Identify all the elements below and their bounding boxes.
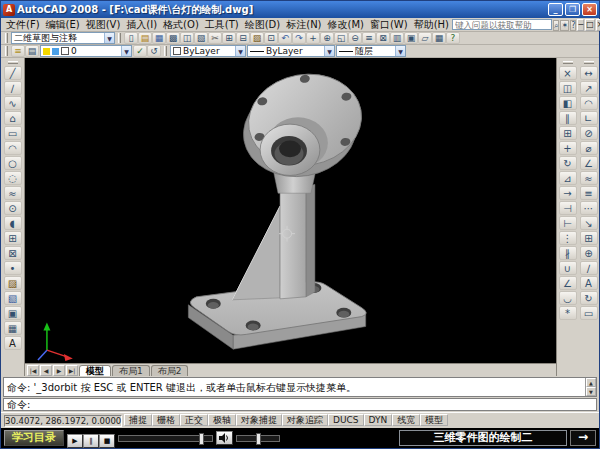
command-input-line[interactable]: 命令:	[3, 398, 597, 411]
menu-item-view[interactable]: 视图(V)	[83, 19, 124, 30]
zoom-realtime-icon[interactable]: ⊕	[320, 32, 334, 44]
make-block-icon[interactable]: ⊠	[4, 246, 22, 260]
menu-item-dimension[interactable]: 标注(N)	[283, 19, 324, 30]
markup-set-manager-icon[interactable]: ▱	[418, 32, 432, 44]
center-mark-icon[interactable]: ⊕	[580, 246, 598, 260]
dim-ordinate-icon[interactable]: ∟	[580, 111, 598, 125]
dim-radius-icon[interactable]: ⊘	[580, 126, 598, 140]
tab-next-icon[interactable]: ▶	[53, 365, 65, 376]
dim-arc-length-icon[interactable]: ◠	[580, 96, 598, 110]
linetype-dropdown[interactable]: ByLayer ▼	[247, 45, 335, 57]
chamfer-icon[interactable]: ∠	[559, 276, 577, 290]
color-dropdown[interactable]: ByLayer ▼	[170, 45, 246, 57]
redo-icon[interactable]: ↷	[292, 32, 306, 44]
dim-baseline-icon[interactable]: ≡	[580, 186, 598, 200]
region-icon[interactable]: ▣	[4, 306, 22, 320]
toolbar-grip[interactable]	[5, 46, 8, 56]
tab-prev-icon[interactable]: ◀	[40, 365, 52, 376]
menu-item-edit[interactable]: 编辑(E)	[43, 19, 83, 30]
copy-icon[interactable]: ◫	[559, 81, 577, 95]
plot-preview-icon[interactable]: ◫	[180, 32, 194, 44]
circle-icon[interactable]: ○	[4, 156, 22, 170]
menu-item-file[interactable]: 文件(F)	[3, 19, 43, 30]
erase-icon[interactable]: ×	[559, 66, 577, 80]
help-icon[interactable]: ?	[446, 32, 460, 44]
tab-layout1[interactable]: 布局1	[112, 365, 150, 376]
status-toggle-model[interactable]: 模型	[420, 414, 448, 426]
command-scrollbar[interactable]: ▲ ▼	[585, 378, 596, 396]
stop-icon[interactable]: ■	[99, 434, 115, 448]
scale-icon[interactable]: ⊿	[559, 171, 577, 185]
dim-continue-icon[interactable]: ⋯	[580, 201, 598, 215]
copy-clip-icon[interactable]: ⊞	[222, 32, 236, 44]
save-icon[interactable]: ▦	[152, 32, 166, 44]
progress-slider[interactable]	[118, 435, 213, 442]
help-search-input[interactable]	[452, 19, 552, 30]
dim-aligned-icon[interactable]: ↗	[580, 81, 598, 95]
layer-properties-icon[interactable]: ≡	[11, 45, 25, 57]
progress-handle[interactable]	[199, 433, 204, 445]
polygon-icon[interactable]: ⌂	[4, 111, 22, 125]
tab-model[interactable]: 模型	[79, 365, 111, 376]
play-icon[interactable]: ▶	[67, 434, 83, 448]
layer-states-icon[interactable]: ▤	[25, 45, 39, 57]
status-toggle-dyn[interactable]: DYN	[364, 414, 393, 426]
status-toggle-snap[interactable]: 捕捉	[124, 414, 152, 426]
dim-update-icon[interactable]: ↻	[580, 291, 598, 305]
line-icon[interactable]: ╱	[4, 66, 22, 80]
dim-linear-icon[interactable]: ↔	[580, 66, 598, 80]
multiline-text-icon[interactable]: A	[4, 336, 22, 350]
workspace-dropdown[interactable]: 二维草图与注释 ▼	[11, 32, 115, 44]
point-icon[interactable]: •	[4, 261, 22, 275]
toolbar-grip[interactable]	[164, 46, 167, 56]
break-at-point-icon[interactable]: ⋮	[559, 231, 577, 245]
plot-icon[interactable]: ▩	[166, 32, 180, 44]
stretch-icon[interactable]: →	[559, 186, 577, 200]
pause-icon[interactable]: ‖	[83, 434, 99, 448]
cut-icon[interactable]: ✂	[208, 32, 222, 44]
explode-icon[interactable]: *	[559, 306, 577, 320]
fillet-icon[interactable]: ◡	[559, 291, 577, 305]
pan-realtime-icon[interactable]: +	[306, 32, 320, 44]
ellipse-icon[interactable]: ⊙	[4, 201, 22, 215]
layer-previous-icon[interactable]: ↺	[147, 45, 161, 57]
match-properties-icon[interactable]: ▨	[250, 32, 264, 44]
menu-item-window[interactable]: 窗口(W)	[367, 19, 411, 30]
close-button[interactable]: ×	[582, 3, 597, 16]
offset-icon[interactable]: ∥	[559, 111, 577, 125]
volume-handle[interactable]	[256, 433, 261, 445]
volume-button[interactable]	[216, 431, 233, 445]
status-toggle-grid[interactable]: 栅格	[152, 414, 180, 426]
gradient-icon[interactable]: ▧	[4, 291, 22, 305]
polyline-icon[interactable]: ∿	[4, 96, 22, 110]
extend-icon[interactable]: ⊢	[559, 216, 577, 230]
move-icon[interactable]: +	[559, 141, 577, 155]
tab-layout2[interactable]: 布局2	[151, 365, 189, 376]
toolbar-grip[interactable]	[563, 61, 573, 64]
dim-edit-icon[interactable]: ∕	[580, 261, 598, 275]
insert-block-icon[interactable]: ⊞	[4, 231, 22, 245]
status-toggle-ducs[interactable]: DUCS	[328, 414, 364, 426]
toolbar-grip[interactable]	[584, 61, 594, 64]
table-icon[interactable]: ▦	[4, 321, 22, 335]
drawing-canvas[interactable]	[25, 58, 556, 363]
status-toggle-otrack[interactable]: 对象追踪	[282, 414, 328, 426]
dim-diameter-icon[interactable]: ⌀	[580, 141, 598, 155]
array-icon[interactable]: ⊞	[559, 126, 577, 140]
toolbar-grip[interactable]	[118, 33, 121, 43]
quickcalc-icon[interactable]: ▦	[432, 32, 446, 44]
break-icon[interactable]: ∦	[559, 246, 577, 260]
menu-item-insert[interactable]: 插入(I)	[123, 19, 160, 30]
tab-first-icon[interactable]: |◀	[27, 365, 39, 376]
toolbar-grip[interactable]	[5, 33, 8, 43]
volume-slider[interactable]	[236, 435, 280, 442]
dim-quick-icon[interactable]: ≈	[580, 171, 598, 185]
status-toggle-osnap[interactable]: 对象捕捉	[236, 414, 282, 426]
sheet-set-manager-icon[interactable]: ▣	[404, 32, 418, 44]
paste-icon[interactable]: ⊟	[236, 32, 250, 44]
designcenter-icon[interactable]: ⊠	[376, 32, 390, 44]
hatch-icon[interactable]: ▨	[4, 276, 22, 290]
dim-style-icon[interactable]: ▭	[580, 306, 598, 320]
child-close-button[interactable]: ×	[596, 19, 600, 31]
quick-leader-icon[interactable]: ↘	[580, 216, 598, 230]
